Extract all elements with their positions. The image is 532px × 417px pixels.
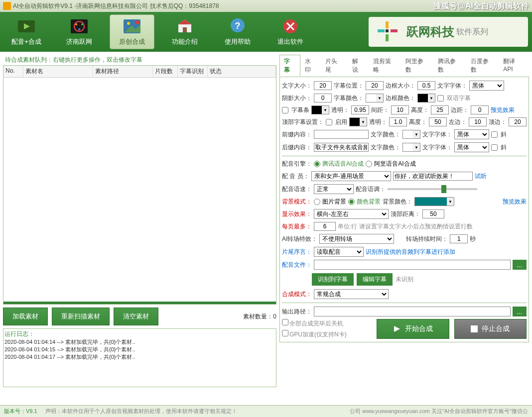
compose-mode-label: 合成模式：	[282, 290, 312, 299]
top-height-input[interactable]	[429, 117, 447, 126]
original-compose-button[interactable]: 原创合成	[110, 14, 154, 49]
top-top-input[interactable]	[509, 117, 527, 126]
shadow-size-input[interactable]	[314, 94, 332, 103]
prologue-select[interactable]: 读取配音	[314, 247, 364, 257]
start-compose-button[interactable]: 开始合成	[377, 319, 449, 339]
per-page-input[interactable]	[314, 222, 336, 231]
transition-duration-input[interactable]	[450, 234, 468, 243]
transition-select[interactable]: 不使用转场	[319, 234, 394, 244]
bg-color-picker[interactable]: ▼	[414, 197, 454, 206]
col-path[interactable]: 素材路径	[93, 66, 153, 77]
clear-material-button[interactable]: 清空素材	[114, 308, 158, 325]
suffix-input[interactable]	[314, 143, 369, 152]
prefix-input[interactable]	[314, 130, 369, 139]
logo-icon	[373, 19, 402, 44]
top-distance-input[interactable]	[422, 209, 444, 218]
col-no[interactable]: No.	[3, 66, 23, 77]
material-table: No. 素材名 素材路径 片段数 字幕识别 状态	[3, 65, 276, 305]
suffix-italic-checkbox[interactable]	[491, 144, 498, 151]
dub-compose-button[interactable]: 配音+合成	[4, 14, 49, 49]
margin-input[interactable]	[471, 105, 489, 114]
top-left-input[interactable]	[469, 117, 487, 126]
tencent-radio[interactable]	[314, 161, 320, 167]
stop-compose-button[interactable]: 停止合成	[454, 319, 527, 339]
gpu-checkbox[interactable]	[282, 330, 288, 336]
per-page-label: 每页最多：	[282, 222, 312, 231]
svg-rect-22	[386, 34, 389, 41]
suffix-font-select[interactable]: 黑体	[454, 142, 489, 152]
display-select[interactable]: 横向-左至右	[314, 209, 389, 219]
app-icon	[3, 2, 11, 10]
tab-translate[interactable]: 翻译API	[499, 55, 529, 77]
output-browse-button[interactable]: ...	[513, 307, 527, 316]
tab-watermark[interactable]: 水印	[300, 55, 321, 77]
tab-narration[interactable]: 解说	[348, 55, 369, 77]
features-button[interactable]: 功能介绍	[162, 14, 207, 49]
svg-rect-19	[378, 29, 385, 32]
tab-subtitle[interactable]: 字幕	[279, 55, 300, 77]
sub-color-picker[interactable]: ▼	[366, 94, 384, 103]
height-label: 高度：	[411, 106, 429, 114]
font-family-select[interactable]: 黑体	[469, 81, 504, 91]
opacity-input[interactable]	[351, 105, 369, 114]
top-opacity-input[interactable]	[389, 117, 407, 126]
jinan-button[interactable]: 济南跃网	[57, 14, 102, 49]
load-material-button[interactable]: 加载素材	[3, 308, 48, 325]
col-status[interactable]: 状态	[208, 66, 276, 77]
edit-sub-button[interactable]: 编辑字幕	[357, 273, 393, 286]
svg-point-5	[81, 23, 83, 25]
prefix-font-select[interactable]: 黑体	[454, 129, 489, 139]
listen-link[interactable]: 试听	[475, 172, 487, 181]
top-enable-label: 启用	[335, 118, 347, 126]
material-count: 素材数量：0	[243, 313, 276, 321]
log-line: 2020-08-04 01:04:14 --> 素材加载完毕，共{0}个素材..	[4, 338, 275, 346]
tab-tencent[interactable]: 腾讯参数	[433, 55, 466, 77]
svg-marker-12	[178, 19, 191, 24]
tab-headtail[interactable]: 片头尾	[321, 55, 348, 77]
help-button[interactable]: ? 使用帮助	[215, 14, 260, 49]
font-size-input[interactable]	[314, 81, 332, 90]
voice-tone-slider[interactable]	[388, 188, 477, 190]
compose-mode-select[interactable]: 常规合成	[314, 289, 389, 299]
svg-rect-20	[391, 29, 398, 32]
col-seg[interactable]: 片段数	[153, 66, 178, 77]
exit-button[interactable]: 退出软件	[268, 14, 313, 49]
height-input[interactable]	[431, 105, 449, 114]
border-color-picker[interactable]: ▼	[417, 94, 435, 103]
suffix-color[interactable]: ▼	[402, 143, 420, 152]
audio-browse-button[interactable]: ...	[513, 260, 527, 270]
top-color[interactable]: ▼	[349, 117, 367, 126]
rescan-material-button[interactable]: 重新扫描素材	[52, 308, 110, 325]
spacing-input[interactable]	[391, 105, 409, 114]
bg-image-radio[interactable]	[314, 199, 320, 205]
recognize-button[interactable]: 识别到字幕	[312, 273, 354, 286]
svg-marker-24	[394, 326, 400, 332]
col-recog[interactable]: 字幕识别	[178, 66, 208, 77]
col-name[interactable]: 素材名	[23, 66, 93, 77]
sub-bar-checkbox[interactable]	[282, 107, 288, 113]
sub-bar-color[interactable]: ▼	[311, 105, 329, 114]
settings-tabs: 字幕 水印 片头尾 解说 混剪策略 阿里参数 腾讯参数 百度参数 翻译API	[279, 55, 529, 77]
bilingual-checkbox[interactable]	[437, 95, 444, 102]
top-enable-checkbox[interactable]	[326, 119, 332, 125]
main-toolbar: 配音+合成 济南跃网 原创合成 功能介绍 ? 使用帮助 退出软件 跃网科技 软件…	[0, 12, 532, 52]
voice-test-input[interactable]	[393, 172, 473, 181]
tab-ali[interactable]: 阿里参数	[401, 55, 433, 77]
audio-file-input[interactable]	[314, 260, 511, 270]
prefix-color[interactable]: ▼	[402, 130, 420, 139]
bg-preview-link[interactable]: 预览效果	[503, 198, 527, 206]
ali-radio[interactable]	[366, 161, 372, 167]
table-body[interactable]	[3, 78, 276, 302]
output-path-input[interactable]	[314, 307, 511, 316]
prefix-italic-checkbox[interactable]	[491, 131, 498, 138]
voice-speed-select[interactable]: 正常	[314, 184, 354, 194]
voice-member-select[interactable]: 亲和女声-通用场景	[311, 171, 391, 181]
border-size-input[interactable]	[417, 81, 435, 90]
tab-mixcut[interactable]: 混剪策略	[369, 55, 401, 77]
tab-baidu[interactable]: 百度参数	[466, 55, 499, 77]
bg-color-radio[interactable]	[348, 199, 355, 205]
shutdown-checkbox[interactable]	[282, 319, 288, 325]
brand-text: 搜狐号@AI全自动剪辑软件	[433, 1, 529, 11]
preview-link[interactable]: 预览效果	[491, 106, 515, 114]
sub-pos-input[interactable]	[366, 81, 384, 90]
